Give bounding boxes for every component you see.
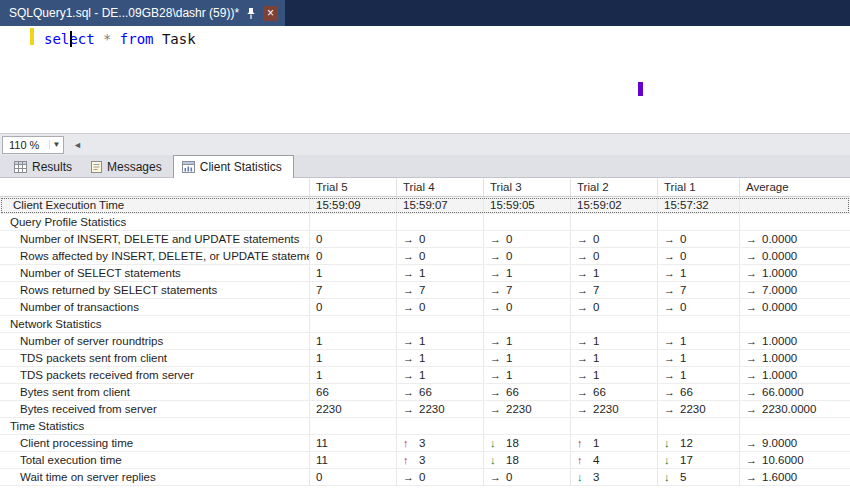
tab-client-statistics[interactable]: Client Statistics <box>173 155 294 178</box>
value-cell: ↓18 <box>484 452 571 468</box>
row-label: Query Profile Statistics <box>0 214 310 230</box>
value-cell: →2230 <box>397 401 484 417</box>
value-cell: 2230 <box>310 401 397 417</box>
grid-row[interactable]: TDS packets received from server1→1→1→1→… <box>0 367 850 384</box>
grid-row[interactable]: Rows returned by SELECT statements7→7→7→… <box>0 282 850 299</box>
stray-purple-caret <box>638 82 643 96</box>
cell-value: 0 <box>593 301 599 313</box>
trend-down-arrow: ↓ <box>490 455 501 466</box>
sql-editor[interactable]: select*fromTask <box>0 26 850 133</box>
grid-row[interactable]: Bytes sent from client66→66→66→66→66→66.… <box>0 384 850 401</box>
sql-table-name: Task <box>162 31 196 47</box>
grid-row[interactable]: Client Execution Time15:59:0915:59:0715:… <box>0 197 850 214</box>
value-cell: →0 <box>571 248 658 264</box>
trend-right-arrow: → <box>746 438 757 449</box>
close-tab-button[interactable]: × <box>263 6 278 21</box>
cell-value: 1 <box>593 267 599 279</box>
grid-row[interactable]: Client processing time11↑3↓18↑1↓12→9.000… <box>0 435 850 452</box>
cell-value: 7 <box>506 284 512 296</box>
value-cell: →10.6000 <box>740 452 850 468</box>
cell-value: 1 <box>593 437 599 449</box>
grid-row[interactable]: Number of transactions0→0→0→0→0→0.0000 <box>0 299 850 316</box>
value-cell: →1 <box>397 333 484 349</box>
tab-client-statistics-label: Client Statistics <box>200 160 282 174</box>
value-cell: 15:59:05 <box>484 197 571 213</box>
tab-messages[interactable]: Messages <box>83 156 173 177</box>
value-cell: →0.0000 <box>740 299 850 315</box>
value-cell: →0 <box>484 248 571 264</box>
cell-value: 1 <box>506 267 512 279</box>
grid-row[interactable]: Network Statistics <box>0 316 850 333</box>
cell-value: 0 <box>316 301 322 313</box>
document-tab-strip: SQLQuery1.sql - DE...09GB28\dashr (59))*… <box>0 0 850 26</box>
grid-row[interactable]: Query Profile Statistics <box>0 214 850 231</box>
value-cell: →1 <box>658 265 740 281</box>
grid-row[interactable]: Rows affected by INSERT, DELETE, or UPDA… <box>0 248 850 265</box>
trend-right-arrow: → <box>577 336 588 347</box>
grid-row[interactable]: Number of INSERT, DELETE and UPDATE stat… <box>0 231 850 248</box>
value-cell: →1 <box>397 367 484 383</box>
value-cell: →1 <box>571 333 658 349</box>
trend-right-arrow: → <box>664 353 675 364</box>
trend-down-arrow: ↓ <box>577 472 588 483</box>
trend-right-arrow: → <box>577 285 588 296</box>
trend-right-arrow: → <box>490 268 501 279</box>
trend-right-arrow: → <box>664 268 675 279</box>
cell-value: 15:59:09 <box>316 199 361 211</box>
trend-down-arrow: ↓ <box>664 472 675 483</box>
cell-value: 2230.0000 <box>762 403 816 415</box>
value-cell: ↓17 <box>658 452 740 468</box>
value-cell: →7.0000 <box>740 282 850 298</box>
grid-row[interactable]: Wait time on server replies0→0→0↓3↓5→1.6… <box>0 469 850 486</box>
hscroll-left-button[interactable]: ◄ <box>73 140 82 150</box>
value-cell: →66 <box>571 384 658 400</box>
cell-value: 5 <box>680 471 686 483</box>
value-cell: 15:59:07 <box>397 197 484 213</box>
grid-header-trial-3: Trial 3 <box>484 178 571 196</box>
cell-value: 2230 <box>593 403 619 415</box>
row-label: Client processing time <box>0 435 310 451</box>
trend-right-arrow: → <box>746 251 757 262</box>
grid-header-trial-5: Trial 5 <box>310 178 397 196</box>
tab-results[interactable]: Results <box>6 156 83 177</box>
value-cell: →1 <box>658 333 740 349</box>
row-label: Wait time on server replies <box>0 469 310 485</box>
zoom-dropdown[interactable]: 110 % ▼ <box>2 136 64 154</box>
cell-value: 1.0000 <box>762 352 797 364</box>
trend-up-arrow: ↑ <box>577 438 588 449</box>
trend-right-arrow: → <box>490 251 501 262</box>
cell-value: 1 <box>419 267 425 279</box>
grid-row[interactable]: Bytes received from server2230→2230→2230… <box>0 401 850 418</box>
trend-right-arrow: → <box>577 387 588 398</box>
value-cell <box>397 316 484 332</box>
cell-value: 0 <box>419 250 425 262</box>
cell-value: 0 <box>419 233 425 245</box>
grid-row[interactable]: TDS packets sent from client1→1→1→1→1→1.… <box>0 350 850 367</box>
value-cell: →1 <box>484 367 571 383</box>
row-label: TDS packets received from server <box>0 367 310 383</box>
trend-right-arrow: → <box>490 387 501 398</box>
trend-right-arrow: → <box>664 336 675 347</box>
grid-row[interactable]: Number of server roundtrips1→1→1→1→1→1.0… <box>0 333 850 350</box>
value-cell: →0 <box>484 231 571 247</box>
cell-value: 1 <box>680 335 686 347</box>
cell-value: 2230 <box>506 403 532 415</box>
cell-value: 18 <box>506 454 519 466</box>
value-cell: →0 <box>397 231 484 247</box>
trend-right-arrow: → <box>664 370 675 381</box>
document-tab[interactable]: SQLQuery1.sql - DE...09GB28\dashr (59))*… <box>0 0 285 26</box>
pin-icon[interactable] <box>246 7 256 20</box>
grid-row[interactable]: Total execution time11↑3↓18↑4↓17→10.6000 <box>0 452 850 469</box>
value-cell <box>310 214 397 230</box>
trend-down-arrow: ↓ <box>664 455 675 466</box>
trend-right-arrow: → <box>577 302 588 313</box>
cell-value: 1 <box>316 369 322 381</box>
value-cell: ↓18 <box>484 435 571 451</box>
grid-row[interactable]: Number of SELECT statements1→1→1→1→1→1.0… <box>0 265 850 282</box>
cell-value: 1.0000 <box>762 369 797 381</box>
grid-row[interactable]: Time Statistics <box>0 418 850 435</box>
value-cell: →1.6000 <box>740 469 850 485</box>
cell-value: 1 <box>593 335 599 347</box>
trend-right-arrow: → <box>746 285 757 296</box>
trend-right-arrow: → <box>664 302 675 313</box>
